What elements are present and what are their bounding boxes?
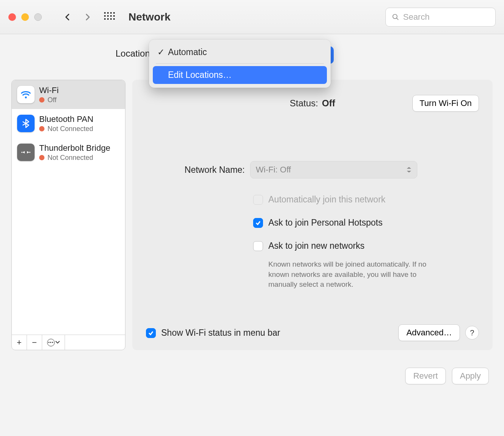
sidebar-item-thunderbolt-bridge[interactable]: Thunderbolt Bridge Not Connected [12,138,125,167]
content-area: Location: ✓ Automatic Edit Locations… Wi… [0,34,504,358]
updown-icon [406,166,412,173]
interfaces-sidebar: Wi-Fi Off Bluetooth PAN Not Connected [11,80,125,350]
bluetooth-icon [17,115,35,132]
thunderbolt-bridge-icon [17,144,35,161]
interface-name: Wi-Fi [39,85,59,95]
location-option-automatic[interactable]: ✓ Automatic [153,43,327,61]
search-input[interactable] [403,12,489,22]
location-option-edit[interactable]: Edit Locations… [153,66,327,84]
svg-point-0 [393,14,397,18]
interface-status: Not Connected [48,154,93,162]
svg-point-3 [21,152,22,153]
checkbox-input[interactable] [253,218,263,228]
add-interface-button[interactable]: + [12,335,27,350]
status-dot-icon [39,126,44,131]
checkbox-note: Known networks will be joined automatica… [268,259,428,290]
interface-name: Bluetooth PAN [39,114,94,124]
ellipsis-icon: ••• [47,339,55,346]
window-controls [8,13,42,21]
interfaces-list: Wi-Fi Off Bluetooth PAN Not Connected [12,80,125,335]
window-footer: Revert Apply [0,358,504,394]
interface-status: Off [48,96,57,104]
turn-wifi-on-button[interactable]: Turn Wi-Fi On [412,95,479,112]
chevron-right-icon [83,12,92,22]
checkmark-icon [148,330,154,336]
checkbox-personal-hotspots[interactable]: Ask to join Personal Hotspots [253,218,479,228]
checkmark-icon: ✓ [157,47,165,57]
network-name-value: Wi-Fi: Off [256,165,291,175]
nav-back-button[interactable] [62,11,73,23]
status-dot-icon [39,155,44,160]
toolbar: Network [0,0,504,34]
interface-name: Thunderbolt Bridge [39,143,110,153]
network-name-label: Network Name: [146,165,245,175]
show-all-prefs-button[interactable] [104,12,114,22]
checkbox-input[interactable] [253,241,263,251]
checkbox-input [253,195,263,205]
sidebar-item-bluetooth-pan[interactable]: Bluetooth PAN Not Connected [12,109,125,138]
remove-interface-button[interactable]: − [27,335,42,350]
detail-panel: Status: Off Turn Wi-Fi On Network Name: … [132,80,493,350]
svg-point-2 [25,96,27,98]
status-dot-icon [39,97,44,103]
revert-button[interactable]: Revert [405,368,446,384]
wifi-icon [17,86,35,103]
chevron-down-icon [55,340,60,344]
location-option-label: Automatic [168,47,207,57]
sidebar-footer: + − ••• [12,335,125,350]
sidebar-item-wifi[interactable]: Wi-Fi Off [12,80,125,109]
network-name-select[interactable]: Wi-Fi: Off [250,161,417,179]
status-value: Off [322,98,335,109]
checkbox-input[interactable] [146,328,156,338]
checkbox-label: Ask to join new networks [268,241,365,251]
interface-status: Not Connected [48,125,93,133]
apply-button[interactable]: Apply [452,368,489,384]
maximize-window-button[interactable] [34,13,42,21]
checkmark-icon [255,220,261,226]
checkbox-new-networks[interactable]: Ask to join new networks Known networks … [253,241,479,290]
advanced-button[interactable]: Advanced… [398,324,460,341]
search-field[interactable] [385,8,496,27]
interface-actions-menu-button[interactable]: ••• [42,335,65,350]
menu-separator [156,63,324,64]
nav-forward-button[interactable] [82,11,93,23]
status-label: Status: [290,98,318,109]
close-window-button[interactable] [8,13,16,21]
location-dropdown-menu: ✓ Automatic Edit Locations… [149,39,331,88]
checkbox-auto-join: Automatically join this network [253,194,479,205]
minimize-window-button[interactable] [21,13,29,21]
checkbox-show-menubar[interactable]: Show Wi-Fi status in menu bar [146,328,280,338]
checkbox-label: Ask to join Personal Hotspots [268,218,382,228]
pane-title: Network [128,11,170,23]
checkbox-label: Show Wi-Fi status in menu bar [161,328,280,338]
chevron-left-icon [63,12,72,22]
search-icon [392,13,399,21]
location-option-label: Edit Locations… [168,70,231,80]
help-button[interactable]: ? [465,326,479,340]
svg-line-1 [396,18,398,20]
location-label: Location: [116,48,152,59]
checkbox-label: Automatically join this network [268,194,385,205]
svg-point-4 [29,152,30,153]
